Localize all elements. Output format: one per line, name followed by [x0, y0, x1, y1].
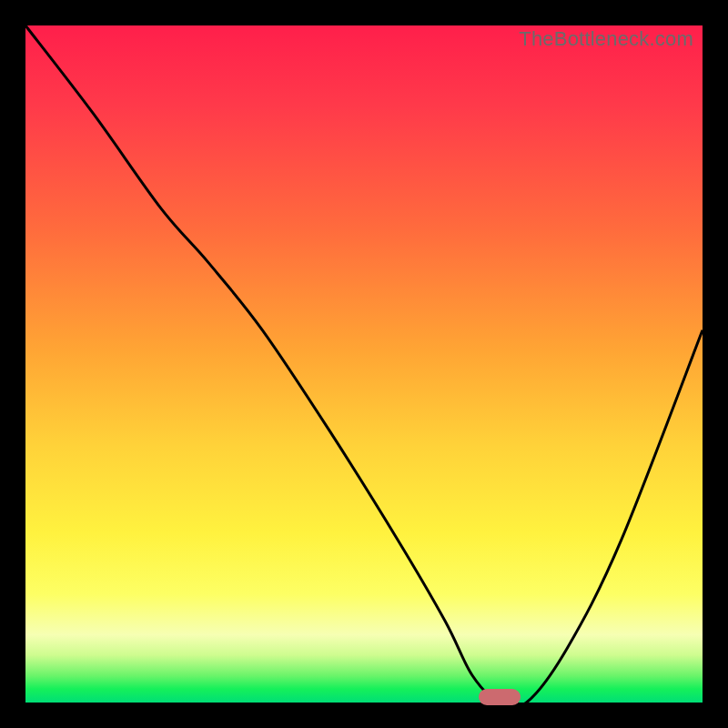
optimal-marker — [479, 689, 521, 705]
bottleneck-curve — [25, 25, 703, 703]
plot-area: TheBottleneck.com — [25, 25, 703, 703]
chart-frame: TheBottleneck.com — [0, 0, 728, 728]
curve-path — [25, 25, 703, 708]
